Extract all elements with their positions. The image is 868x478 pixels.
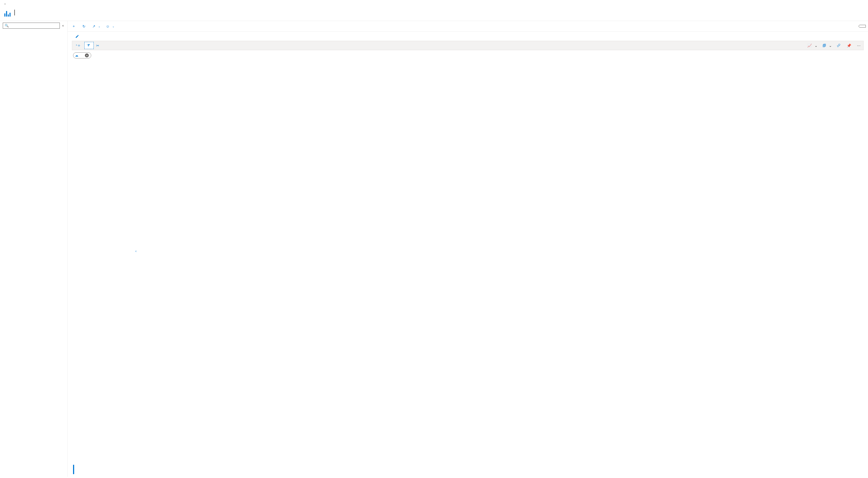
- filter-icon: ⧩: [87, 43, 90, 48]
- main-collapse-button[interactable]: ‹: [135, 249, 136, 253]
- pin-icon: 📌: [847, 43, 851, 48]
- share-icon: ↗: [92, 24, 95, 28]
- line-chart-icon: 📈: [807, 43, 812, 48]
- breadcrumb: ›: [0, 0, 868, 7]
- sidebar: 🔍 «: [0, 21, 67, 477]
- add-metric-icon: ⁺✧: [75, 43, 81, 48]
- alert-icon: 🗪: [837, 43, 840, 48]
- chart-toolbar: ⁺✧ ⧩ ✂ 📈 ⌄ 🗐 ⌄ 🗪 📌 ⋯: [72, 41, 864, 50]
- feedback-button[interactable]: ☺⌄: [104, 23, 117, 30]
- logs-icon: 🗐: [823, 43, 826, 48]
- main-toolbar: ＋ ↻ ↗⌄ ☺⌄: [67, 21, 868, 32]
- vault-icon: ☁: [75, 54, 78, 57]
- drill-logs-button[interactable]: 🗐 ⌄: [820, 42, 834, 49]
- edit-title-button[interactable]: [75, 34, 79, 39]
- remove-pill-button[interactable]: ✕: [85, 54, 89, 57]
- metric-pills: ☁ ✕: [67, 50, 868, 61]
- search-input[interactable]: [10, 24, 58, 28]
- add-metric-button[interactable]: ⁺✧: [73, 42, 84, 49]
- new-alert-button[interactable]: 🗪: [835, 42, 844, 49]
- smile-icon: ☺: [106, 24, 110, 28]
- chart-legend: [67, 463, 868, 477]
- sidebar-collapse-button[interactable]: «: [61, 24, 64, 28]
- refresh-icon: ↻: [83, 24, 86, 28]
- chart-area[interactable]: [76, 61, 863, 463]
- share-button[interactable]: ↗⌄: [90, 23, 102, 30]
- split-icon: ✂: [96, 43, 99, 48]
- pin-dashboard-button[interactable]: 📌: [844, 42, 855, 49]
- legend-color-bar: [73, 465, 74, 474]
- sidebar-search[interactable]: 🔍: [3, 23, 60, 29]
- chart-toolbar-more[interactable]: ⋯: [855, 42, 862, 49]
- chevron-down-icon: ⌄: [829, 43, 832, 48]
- plus-icon: ＋: [72, 24, 75, 29]
- chevron-down-icon: ⌄: [98, 25, 100, 28]
- chart-type-button[interactable]: 📈 ⌄: [805, 42, 820, 49]
- apply-splitting-button[interactable]: ✂: [94, 42, 103, 49]
- add-filter-button[interactable]: ⧩: [85, 42, 93, 49]
- refresh-button[interactable]: ↻: [80, 23, 89, 30]
- breadcrumb-separator: ›: [4, 2, 5, 6]
- chevron-down-icon: ⌄: [112, 25, 114, 28]
- search-icon: 🔍: [5, 24, 9, 28]
- main-content: ＋ ↻ ↗⌄ ☺⌄ ⁺✧ ⧩ ✂ 📈 ⌄ 🗐 ⌄ 🗪 📌 ⋯ ☁: [67, 21, 868, 477]
- time-range-selector[interactable]: [859, 25, 866, 28]
- chart-header: [67, 32, 868, 41]
- metrics-icon: [3, 10, 11, 18]
- metric-pill[interactable]: ☁ ✕: [73, 52, 91, 58]
- page-header: |: [0, 7, 868, 21]
- page-title: |: [14, 8, 16, 16]
- chevron-down-icon: ⌄: [814, 43, 817, 48]
- new-chart-button[interactable]: ＋: [70, 23, 79, 30]
